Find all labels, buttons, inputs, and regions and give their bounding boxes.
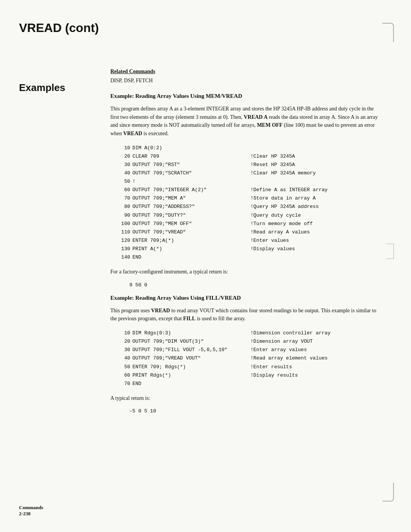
ex2-code-line-40: 40 OUTPUT 709;"VREAD VOUT" !Read array e… [118,354,381,363]
code-line-40: 40 OUTPUT 709;"SCRATCH" !Clear HP 3245A … [118,169,381,177]
page-title: VREAD (cont) [19,21,99,35]
example-1-after-text: For a factory-configured instrument, a t… [110,268,381,276]
example-1-return: 9 50 0 [129,282,381,288]
example-2-description: This program uses VREAD to read array VO… [110,307,381,323]
footer-page-number: 2-238 [19,511,30,516]
ex2-code-line-20: 20 OUTPUT 709;"DIM VOUT(3)" !Dimension a… [118,337,381,346]
footer: Commands 2-238 [19,505,43,517]
code-line-140: 140 END [118,253,381,262]
code-line-80: 80 OUTPUT 709;"ADDRESS?" !Query HP 3245A… [118,203,381,211]
example-2-code: 10 DIM Rdgs(0:3) !Dimension controller a… [118,329,381,388]
code-line-50: 50 ! [118,177,381,186]
code-line-100: 100 OUTPUT 709;"MEM OFF" !Turn memory mo… [118,220,381,228]
example-1-title: Example: Reading Array Values Using MEM/… [110,93,381,99]
corner-bracket-top-right [382,23,394,42]
corner-bracket-bottom-right [382,482,394,502]
code-line-130: 130 PRINT A(*) !Display values [118,245,381,253]
code-line-20: 20 CLEAR 709 !Clear HP 3245A [118,152,381,161]
code-line-90: 90 OUTPUT 709;"DUTY?" !Query duty cycle [118,211,381,220]
main-content: Related Commands DISP, DSP, FETCH Exampl… [110,23,381,414]
example-2: Example: Reading Array Values Using FILL… [110,295,381,414]
example-2-return: -5 0 5 10 [129,408,381,414]
code-line-30: 30 OUTPUT 709;"RST" !Reset HP 3245A [118,161,381,169]
related-commands-value: DISP, DSP, FETCH [110,78,381,84]
example-2-after-text: A typical return is: [110,394,381,403]
related-commands-section: Related Commands DISP, DSP, FETCH [110,69,381,84]
ex2-code-line-50: 50 ENTER 709; Rdgs(*) !Enter results [118,363,381,371]
ex2-code-line-70: 70 END [118,380,381,388]
example-1-code: 10 DIM A(0:2) 20 CLEAR 709 !Clear HP 324… [118,144,381,262]
code-line-60: 60 OUTPUT 709;"INTEGER A(2)" !Define A a… [118,186,381,194]
example-2-title: Example: Reading Array Values Using FILL… [110,295,381,301]
footer-section: Commands [19,505,43,510]
example-1-description: This program defines array A as a 3-elem… [110,105,381,138]
code-line-110: 110 OUTPUT 709;"VREAD" !Read array A val… [118,228,381,236]
ex2-code-line-60: 60 PRINT Rdgs(*) !Display results [118,371,381,380]
examples-section: Example: Reading Array Values Using MEM/… [110,93,381,414]
example-1: Example: Reading Array Values Using MEM/… [110,93,381,288]
examples-heading: Examples [19,82,65,94]
corner-bracket-mid-right [386,244,394,259]
code-line-70: 70 OUTPUT 709;"MEM A" !Store data in arr… [118,194,381,203]
code-line-10: 10 DIM A(0:2) [118,144,381,152]
related-commands-label: Related Commands [110,69,381,75]
ex2-code-line-30: 30 OUTPUT 709;"FILL VOUT -5,0,5,10" !Ent… [118,346,381,354]
page: VREAD (cont) Examples Commands 2-238 Rel… [0,0,411,532]
code-line-120: 120 ENTER 709;A(*) !Enter values [118,236,381,245]
ex2-code-line-10: 10 DIM Rdgs(0:3) !Dimension controller a… [118,329,381,337]
